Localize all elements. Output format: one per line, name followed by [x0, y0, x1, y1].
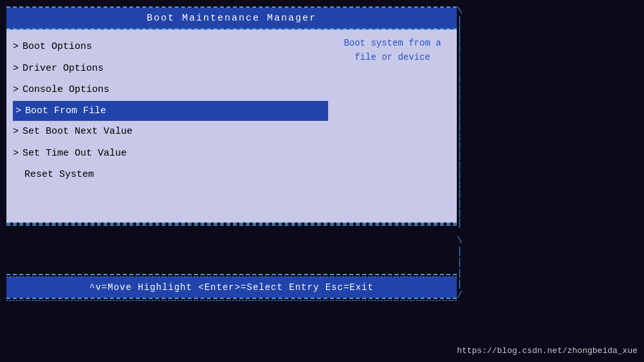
arrow-set-boot-next-value: > — [13, 123, 19, 140]
menu-item-boot-from-file[interactable]: > Boot From File — [13, 101, 328, 122]
title-bar: Boot Maintenance Manager — [6, 8, 457, 30]
status-bar: ^v=Move Highlight <Enter>=Select Entry E… — [6, 277, 457, 298]
menu-item-set-boot-next-value[interactable]: > Set Boot Next Value — [13, 121, 328, 143]
arrow-set-time-out-value: > — [13, 145, 19, 162]
arrow-console-options: > — [13, 82, 19, 98]
bottom-right-edge: \||||/ — [457, 235, 463, 301]
title-text: Boot Maintenance Manager — [147, 13, 317, 24]
arrow-boot-from-file: > — [15, 103, 21, 120]
menu-item-boot-options[interactable]: > Boot Options — [13, 36, 328, 58]
watermark: https://blog.csdn.net/zhongbeida_xue — [457, 346, 638, 356]
help-text: Boot system from afile or device — [344, 38, 441, 62]
bottom-section: ^v=Move Highlight <Enter>=Select Entry E… — [6, 274, 457, 301]
help-column: Boot system from afile or device — [328, 30, 457, 222]
menu-item-console-options[interactable]: > Console Options — [13, 79, 328, 101]
right-edge-decoration: \ | | | | | | | | | | | | | | | | | | | … — [457, 6, 463, 228]
menu-column: > Boot Options > Driver Options > Consol… — [6, 30, 328, 222]
menu-item-set-time-out-value[interactable]: > Set Time Out Value — [13, 143, 328, 165]
arrow-boot-options: > — [13, 39, 19, 55]
main-panel: Boot Maintenance Manager > Boot Options … — [6, 6, 457, 226]
content-area: > Boot Options > Driver Options > Consol… — [6, 30, 457, 222]
menu-item-driver-options[interactable]: > Driver Options — [13, 58, 328, 80]
arrow-driver-options: > — [13, 60, 19, 77]
menu-item-reset-system[interactable]: Reset System — [13, 164, 328, 186]
